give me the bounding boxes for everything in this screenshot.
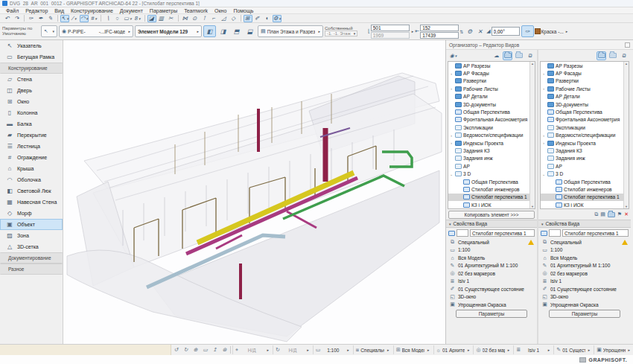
view-display-dropdown[interactable]: ▤ План Этажа и Разрез... ▸ [258, 25, 323, 37]
new-folder-icon[interactable] [608, 212, 615, 217]
node-worksheets[interactable]: › Рабочие Листы [541, 85, 623, 92]
prop-model-view-options[interactable]: ◎ 02 без маркеров [446, 269, 537, 278]
prop-scale[interactable]: ▭ 1:100 [446, 246, 537, 255]
right-parameters-button[interactable]: Параметры [549, 310, 620, 318]
tool-column[interactable]: ▯ Колонна [0, 107, 63, 118]
expander-icon[interactable]: › [449, 141, 454, 145]
tool-railing[interactable]: # Ограждение [0, 152, 63, 163]
menu-item[interactable]: Помощь [230, 8, 256, 13]
status-3d-style[interactable]: ▣ Упрощенная Окра... ▸ [594, 345, 632, 354]
node-stylobate-engineers[interactable]: Стилобат инженеров [448, 185, 529, 193]
rect-method[interactable]: ▭▾ [123, 15, 133, 22]
node-front-axonometry[interactable]: Фронтальная Аксонометрия [448, 116, 529, 124]
node-kz-iok[interactable]: КЗ i ИОК [448, 201, 529, 208]
spinner-icon[interactable]: ⇅ [459, 29, 463, 34]
status-na-2[interactable]: ↻ Н/Д ▸ [273, 345, 311, 354]
node-project-indexes[interactable]: › Индексы Проекта [448, 139, 529, 147]
tool-marquee[interactable]: ▭ Бегущая Рамка [0, 51, 63, 63]
node-general-perspective[interactable]: Общая Перспектива [541, 108, 623, 115]
publisher-button[interactable]: ⧉ [525, 51, 535, 60]
gravity-shell[interactable]: ⬒ [230, 25, 243, 37]
gravity-mesh[interactable]: ⬓ [244, 25, 256, 37]
circle-method[interactable]: ○ [113, 15, 122, 22]
align[interactable]: ⊺ [200, 15, 209, 22]
tool-mesh[interactable]: △ 3D-сетка [0, 241, 63, 252]
node-interior-elevations[interactable]: Развертки [448, 77, 529, 85]
node-front-axonometry[interactable]: Фронтальная Аксонометрия [541, 116, 623, 124]
expander-icon[interactable]: › [541, 86, 546, 91]
node-lists[interactable]: › Ведомости/спецификации [541, 132, 623, 139]
prop-renovation-filter[interactable]: ✐ 01 Существующее состояние [538, 285, 631, 293]
offset[interactable]: ◇ [229, 15, 238, 22]
toolbar-button[interactable] [57, 15, 58, 22]
coordinate-x-input[interactable] [420, 25, 459, 31]
edit-parameters[interactable]: ✎ [46, 15, 55, 22]
node-3d-general-perspective[interactable]: Общая Перспектива [541, 178, 623, 185]
zoom-in[interactable]: ⊕ [191, 346, 200, 354]
tool-window[interactable]: ⊞ Окно [0, 96, 63, 107]
node-kz-iok[interactable]: КЗ i ИОК [541, 201, 623, 208]
layout-book-button[interactable] [608, 51, 617, 60]
prop-layer-combination[interactable]: ⧉ Специальный [446, 238, 537, 246]
trim[interactable]: ◪ [147, 15, 156, 22]
fillet[interactable]: ⌐ [210, 15, 219, 22]
view-map-button[interactable] [597, 51, 606, 60]
node-ar-sections[interactable]: АР Разрезы [448, 62, 529, 69]
left-tree-scrollbar[interactable]: ▲▼ [529, 62, 535, 208]
view-map-button[interactable] [503, 51, 512, 60]
node-project-indexes[interactable]: › Индексы Проекта [541, 139, 623, 147]
tool-roof[interactable]: ⌂ Крыша [0, 163, 63, 174]
lasso[interactable]: ◖ [263, 15, 272, 22]
close-icon[interactable]: ✕ [475, 25, 485, 37]
stretch[interactable]: ⊙ [191, 15, 200, 22]
tool-shell[interactable]: ◠ Оболочка [0, 174, 63, 185]
menu-item[interactable]: Окно [211, 8, 229, 13]
node-interior-elevations[interactable]: Развертки [541, 77, 623, 85]
layer-selector-button[interactable]: ◉ P-PIPE-_____-...IFC-модель ▸ [59, 25, 133, 37]
menu-item[interactable]: Вид [51, 8, 67, 13]
coordinate-y-input[interactable] [420, 32, 459, 39]
section-documentation[interactable]: Документирование [0, 252, 63, 264]
prop-structure-display[interactable]: ⌂ Вся Модель [538, 254, 631, 262]
redo[interactable]: ↷ [13, 15, 22, 22]
organizer-title-bar[interactable]: Организатор – Редактор Видов [446, 40, 633, 50]
prop-scale[interactable]: ▭ 1:100 [538, 246, 631, 255]
save-view-icon[interactable]: ▤ [600, 211, 605, 217]
nav-back[interactable]: ↺ [171, 346, 181, 354]
status-mvo[interactable]: ◎ 02 без маркеров ▸ [473, 345, 512, 354]
default-settings-button[interactable]: ↖ ▾ [41, 25, 57, 37]
node-schedules[interactable]: Экспликации [448, 124, 529, 131]
view-id-field[interactable] [549, 229, 561, 237]
spline-method[interactable]: 8▾ [133, 15, 142, 22]
flag-icon[interactable]: ⚑ [617, 211, 622, 217]
node-ar[interactable]: АР [541, 162, 623, 170]
menu-item[interactable]: Параметры [147, 8, 180, 13]
expander-icon[interactable]: › [449, 86, 454, 91]
tool-skylight[interactable]: ◧ Световой Люк [0, 185, 63, 197]
prop-pen-set[interactable]: ✎ 01 Архитектурный М 1:100 [538, 262, 631, 270]
section-more[interactable]: Разное [0, 264, 63, 275]
tool-object[interactable]: ▣ Объект [0, 219, 63, 230]
status-layer-combination[interactable]: ⧈ Специальный ▸ [353, 345, 392, 354]
scissors[interactable]: ✂ [167, 15, 176, 22]
angle-input[interactable] [492, 27, 520, 36]
node-general-perspective[interactable]: Общая Перспектива [448, 108, 529, 115]
status-renovation[interactable]: ✎ 01 Существующее с... ▸ [553, 345, 592, 354]
toolbar-button[interactable] [24, 15, 25, 22]
tool-wall[interactable]: ▱ Стена [0, 74, 63, 85]
prop-graphic-override[interactable]: ≣ Isiv 1 [446, 278, 537, 286]
node-tasks-eng[interactable]: Задания инж [448, 155, 529, 162]
tool-door[interactable]: ◫ Дверь [0, 85, 63, 96]
tool-beam[interactable]: ▬ Балка [0, 118, 63, 130]
node-ar[interactable]: АР [448, 162, 529, 170]
pickup-parameters[interactable]: ✑ [27, 15, 36, 22]
node-ar-details[interactable]: АР Детали [541, 93, 623, 100]
node-stylobate-engineers[interactable]: Стилобат инженеров [541, 185, 623, 193]
tool-zone[interactable]: ▨ Зона [0, 230, 63, 241]
prop-pen-set[interactable]: ✎ 01 Архитектурный М 1:100 [446, 262, 537, 270]
left-view-properties-header[interactable]: ▾ Свойства Вида [446, 220, 537, 228]
clone-folder-icon[interactable]: ⧉ [594, 211, 598, 217]
paint-tool-button[interactable]: ✑ [521, 25, 534, 37]
grid-method[interactable]: #▾ [89, 15, 98, 22]
zoom-options[interactable]: ⊛ [220, 346, 229, 354]
